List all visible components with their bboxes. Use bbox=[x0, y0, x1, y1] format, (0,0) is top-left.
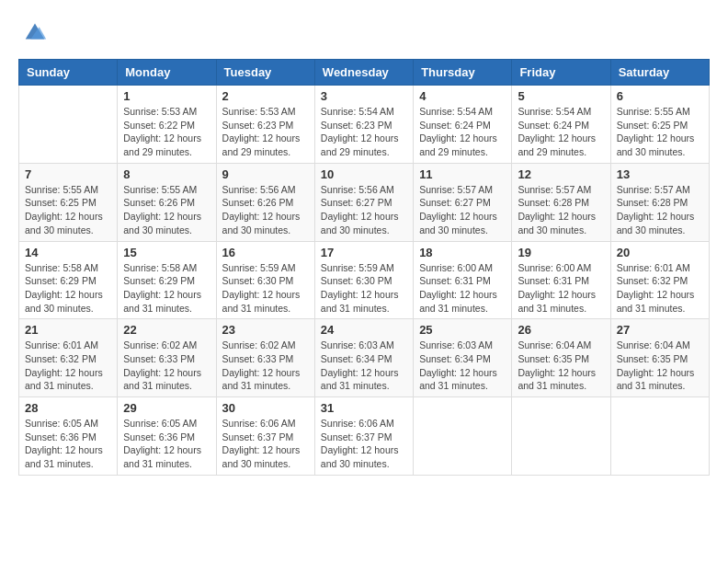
day-number: 1 bbox=[123, 89, 210, 103]
weekday-header-row: SundayMondayTuesdayWednesdayThursdayFrid… bbox=[19, 60, 710, 86]
day-info: Sunrise: 6:02 AM Sunset: 6:33 PM Dayligh… bbox=[222, 339, 309, 393]
day-info: Sunrise: 5:59 AM Sunset: 6:30 PM Dayligh… bbox=[222, 261, 309, 316]
calendar-cell bbox=[19, 86, 118, 164]
logo-icon bbox=[22, 18, 48, 44]
calendar-cell: 14Sunrise: 5:58 AM Sunset: 6:29 PM Dayli… bbox=[19, 241, 118, 319]
calendar-cell: 10Sunrise: 5:56 AM Sunset: 6:27 PM Dayli… bbox=[314, 163, 413, 241]
day-info: Sunrise: 5:57 AM Sunset: 6:28 PM Dayligh… bbox=[617, 183, 703, 237]
day-number: 14 bbox=[25, 246, 111, 259]
day-info: Sunrise: 6:01 AM Sunset: 6:32 PM Dayligh… bbox=[25, 339, 111, 393]
calendar-week-row: 1Sunrise: 5:53 AM Sunset: 6:22 PM Daylig… bbox=[19, 86, 710, 164]
weekday-header-tuesday: Tuesday bbox=[216, 60, 314, 86]
calendar-week-row: 21Sunrise: 6:01 AM Sunset: 6:32 PM Dayli… bbox=[19, 319, 710, 397]
weekday-header-saturday: Saturday bbox=[610, 60, 709, 86]
day-number: 30 bbox=[222, 401, 309, 415]
day-info: Sunrise: 5:53 AM Sunset: 6:22 PM Dayligh… bbox=[123, 105, 210, 159]
day-info: Sunrise: 5:56 AM Sunset: 6:27 PM Dayligh… bbox=[321, 183, 407, 237]
day-info: Sunrise: 6:04 AM Sunset: 6:35 PM Dayligh… bbox=[617, 339, 703, 393]
day-number: 20 bbox=[617, 246, 703, 259]
calendar-cell: 11Sunrise: 5:57 AM Sunset: 6:27 PM Dayli… bbox=[414, 163, 512, 241]
weekday-header-monday: Monday bbox=[118, 60, 216, 86]
day-number: 13 bbox=[617, 167, 703, 181]
page-header bbox=[18, 18, 710, 44]
day-number: 28 bbox=[25, 401, 111, 415]
day-number: 21 bbox=[25, 323, 111, 337]
calendar-cell: 3Sunrise: 5:54 AM Sunset: 6:23 PM Daylig… bbox=[314, 86, 413, 164]
day-info: Sunrise: 6:03 AM Sunset: 6:34 PM Dayligh… bbox=[419, 339, 506, 393]
weekday-header-sunday: Sunday bbox=[19, 60, 118, 86]
calendar-cell: 21Sunrise: 6:01 AM Sunset: 6:32 PM Dayli… bbox=[19, 319, 118, 397]
day-info: Sunrise: 5:56 AM Sunset: 6:26 PM Dayligh… bbox=[222, 183, 309, 237]
calendar-cell: 16Sunrise: 5:59 AM Sunset: 6:30 PM Dayli… bbox=[216, 241, 314, 319]
day-number: 22 bbox=[123, 323, 210, 337]
calendar-cell: 20Sunrise: 6:01 AM Sunset: 6:32 PM Dayli… bbox=[610, 241, 709, 319]
calendar-cell bbox=[610, 397, 709, 476]
calendar-cell: 28Sunrise: 6:05 AM Sunset: 6:36 PM Dayli… bbox=[19, 397, 118, 476]
calendar-cell: 1Sunrise: 5:53 AM Sunset: 6:22 PM Daylig… bbox=[118, 86, 216, 164]
day-info: Sunrise: 5:57 AM Sunset: 6:28 PM Dayligh… bbox=[518, 183, 604, 237]
day-number: 5 bbox=[518, 89, 604, 103]
calendar-cell: 5Sunrise: 5:54 AM Sunset: 6:24 PM Daylig… bbox=[512, 86, 610, 164]
day-number: 27 bbox=[617, 323, 703, 337]
calendar-cell: 27Sunrise: 6:04 AM Sunset: 6:35 PM Dayli… bbox=[610, 319, 709, 397]
day-number: 6 bbox=[617, 89, 703, 103]
day-info: Sunrise: 5:54 AM Sunset: 6:23 PM Dayligh… bbox=[321, 105, 407, 159]
day-info: Sunrise: 6:00 AM Sunset: 6:31 PM Dayligh… bbox=[419, 261, 506, 316]
calendar-cell: 8Sunrise: 5:55 AM Sunset: 6:26 PM Daylig… bbox=[118, 163, 216, 241]
calendar-cell: 2Sunrise: 5:53 AM Sunset: 6:23 PM Daylig… bbox=[216, 86, 314, 164]
calendar-cell bbox=[414, 397, 512, 476]
day-number: 25 bbox=[419, 323, 506, 337]
calendar-cell: 25Sunrise: 6:03 AM Sunset: 6:34 PM Dayli… bbox=[414, 319, 512, 397]
calendar-cell: 17Sunrise: 5:59 AM Sunset: 6:30 PM Dayli… bbox=[314, 241, 413, 319]
calendar-week-row: 7Sunrise: 5:55 AM Sunset: 6:25 PM Daylig… bbox=[19, 163, 710, 241]
calendar-week-row: 14Sunrise: 5:58 AM Sunset: 6:29 PM Dayli… bbox=[19, 241, 710, 319]
calendar-cell: 4Sunrise: 5:54 AM Sunset: 6:24 PM Daylig… bbox=[414, 86, 512, 164]
day-info: Sunrise: 5:59 AM Sunset: 6:30 PM Dayligh… bbox=[321, 261, 407, 316]
day-number: 16 bbox=[222, 246, 309, 259]
calendar-cell: 31Sunrise: 6:06 AM Sunset: 6:37 PM Dayli… bbox=[314, 397, 413, 476]
day-number: 7 bbox=[25, 167, 111, 181]
day-info: Sunrise: 5:53 AM Sunset: 6:23 PM Dayligh… bbox=[222, 105, 309, 159]
day-number: 10 bbox=[321, 167, 407, 181]
calendar-cell: 15Sunrise: 5:58 AM Sunset: 6:29 PM Dayli… bbox=[118, 241, 216, 319]
calendar-cell: 30Sunrise: 6:06 AM Sunset: 6:37 PM Dayli… bbox=[216, 397, 314, 476]
calendar-cell: 6Sunrise: 5:55 AM Sunset: 6:25 PM Daylig… bbox=[610, 86, 709, 164]
day-number: 26 bbox=[518, 323, 604, 337]
day-info: Sunrise: 5:57 AM Sunset: 6:27 PM Dayligh… bbox=[419, 183, 506, 237]
calendar-cell: 7Sunrise: 5:55 AM Sunset: 6:25 PM Daylig… bbox=[19, 163, 118, 241]
calendar-cell: 9Sunrise: 5:56 AM Sunset: 6:26 PM Daylig… bbox=[216, 163, 314, 241]
day-info: Sunrise: 5:54 AM Sunset: 6:24 PM Dayligh… bbox=[518, 105, 604, 159]
day-info: Sunrise: 5:55 AM Sunset: 6:25 PM Dayligh… bbox=[25, 183, 111, 237]
calendar-cell: 29Sunrise: 6:05 AM Sunset: 6:36 PM Dayli… bbox=[118, 397, 216, 476]
day-number: 11 bbox=[419, 167, 506, 181]
day-info: Sunrise: 6:02 AM Sunset: 6:33 PM Dayligh… bbox=[123, 339, 210, 393]
calendar-cell: 19Sunrise: 6:00 AM Sunset: 6:31 PM Dayli… bbox=[512, 241, 610, 319]
day-info: Sunrise: 6:05 AM Sunset: 6:36 PM Dayligh… bbox=[25, 417, 111, 471]
calendar-cell: 12Sunrise: 5:57 AM Sunset: 6:28 PM Dayli… bbox=[512, 163, 610, 241]
day-number: 15 bbox=[123, 246, 210, 259]
weekday-header-friday: Friday bbox=[512, 60, 610, 86]
day-number: 3 bbox=[321, 89, 407, 103]
day-number: 23 bbox=[222, 323, 309, 337]
calendar-cell: 22Sunrise: 6:02 AM Sunset: 6:33 PM Dayli… bbox=[118, 319, 216, 397]
day-number: 2 bbox=[222, 89, 309, 103]
day-info: Sunrise: 5:58 AM Sunset: 6:29 PM Dayligh… bbox=[25, 261, 111, 316]
day-number: 18 bbox=[419, 246, 506, 259]
day-info: Sunrise: 6:06 AM Sunset: 6:37 PM Dayligh… bbox=[321, 417, 407, 471]
day-number: 31 bbox=[321, 401, 407, 415]
day-number: 8 bbox=[123, 167, 210, 181]
day-number: 19 bbox=[518, 246, 604, 259]
day-info: Sunrise: 5:54 AM Sunset: 6:24 PM Dayligh… bbox=[419, 105, 506, 159]
day-info: Sunrise: 5:58 AM Sunset: 6:29 PM Dayligh… bbox=[123, 261, 210, 316]
calendar-cell: 18Sunrise: 6:00 AM Sunset: 6:31 PM Dayli… bbox=[414, 241, 512, 319]
day-info: Sunrise: 6:06 AM Sunset: 6:37 PM Dayligh… bbox=[222, 417, 309, 471]
weekday-header-wednesday: Wednesday bbox=[314, 60, 413, 86]
day-number: 12 bbox=[518, 167, 604, 181]
day-info: Sunrise: 5:55 AM Sunset: 6:25 PM Dayligh… bbox=[617, 105, 703, 159]
day-number: 17 bbox=[321, 246, 407, 259]
calendar-cell: 24Sunrise: 6:03 AM Sunset: 6:34 PM Dayli… bbox=[314, 319, 413, 397]
calendar-cell: 13Sunrise: 5:57 AM Sunset: 6:28 PM Dayli… bbox=[610, 163, 709, 241]
calendar-table: SundayMondayTuesdayWednesdayThursdayFrid… bbox=[18, 59, 710, 476]
day-info: Sunrise: 6:00 AM Sunset: 6:31 PM Dayligh… bbox=[518, 261, 604, 316]
weekday-header-thursday: Thursday bbox=[414, 60, 512, 86]
